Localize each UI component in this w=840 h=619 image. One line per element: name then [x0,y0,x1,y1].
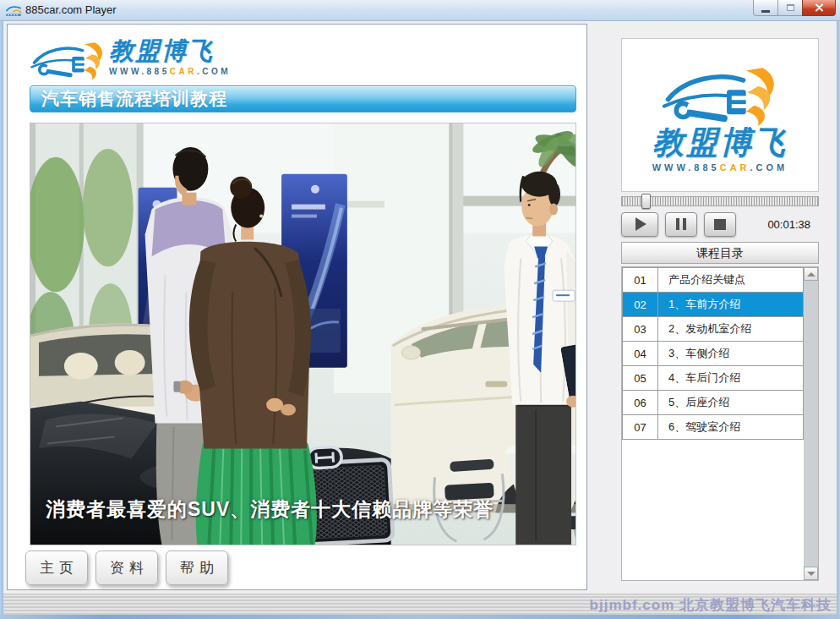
minimize-icon [761,10,770,13]
video-frame [30,123,575,545]
brand-logo-icon [653,58,787,129]
playlist-table: 01产品介绍关键点 021、车前方介绍 032、发动机室介绍 043、车侧介绍 … [622,267,804,440]
caption-buttons [753,0,836,16]
app-window: 885car.com Player 教盟博飞 WWW.885CAR.COM 汽车… [0,0,840,619]
close-icon [815,3,824,12]
pause-button[interactable] [665,212,697,237]
help-button[interactable]: 帮助 [166,551,228,585]
status-text: bjjmbf.com 北京教盟博飞汽车科技 [590,597,837,613]
brand-logo-text: 教盟博飞 WWW.885CAR.COM [109,36,231,76]
brand-url: WWW.885CAR.COM [109,67,231,76]
window-frame-bottom [0,615,840,619]
playlist-row[interactable]: 076、驾驶室介绍 [623,415,804,440]
scroll-up-icon [807,272,815,277]
playlist-row[interactable]: 043、车侧介绍 [623,342,804,366]
scroll-down-button[interactable] [804,567,818,580]
scrollbar[interactable] [804,267,818,580]
brand-logo-icon [28,36,107,82]
playlist: 01产品介绍关键点 021、车前方介绍 032、发动机室介绍 043、车侧介绍 … [621,266,819,581]
player-controls: 00:01:38 [621,211,819,238]
course-title: 汽车销售流程培训教程 [30,86,575,112]
playlist-row[interactable]: 065、后座介绍 [623,391,804,415]
status-bar: bjjmbf.com 北京教盟博飞汽车科技 [3,594,837,615]
client-area: 教盟博飞 WWW.885CAR.COM 汽车销售流程培训教程 [3,21,837,594]
window-title: 885car.com Player [25,3,117,16]
playlist-row[interactable]: 01产品介绍关键点 [623,268,804,293]
brand-name: 教盟博飞 [652,126,788,160]
scroll-down-icon [807,572,815,576]
app-icon [5,4,22,17]
time-display: 00:01:38 [767,218,819,231]
brand-url: WWW.885CAR.COM [652,162,788,173]
nav-buttons: 主页 资料 帮助 [25,551,236,585]
course-title-bar: 汽车销售流程培训教程 [30,85,576,112]
play-button[interactable] [621,212,658,237]
video-subtitle: 消费者最喜爱的SUV、消费者十大信赖品牌等荣誉 [46,496,494,523]
pause-icon [674,218,688,230]
playlist-header: 课程目录 [621,242,819,264]
maximize-button[interactable] [778,0,802,16]
playlist-row[interactable]: 054、车后门介绍 [623,366,804,391]
close-button[interactable] [802,0,836,16]
seek-thumb[interactable] [641,194,651,209]
window-frame-right [837,21,840,619]
video-player[interactable]: 消费者最喜爱的SUV、消费者十大信赖品牌等荣誉 [30,123,576,545]
stop-button[interactable] [704,212,736,237]
scroll-up-button[interactable] [804,267,818,281]
minimize-button[interactable] [753,0,778,16]
brand-name: 教盟博飞 [109,36,231,65]
seek-bar[interactable] [621,196,819,206]
stop-icon [714,219,726,230]
titlebar[interactable]: 885car.com Player [0,0,840,21]
sidebar-logo-box: 教盟博飞 WWW.885CAR.COM [621,38,819,192]
home-button[interactable]: 主页 [25,551,88,585]
playlist-row[interactable]: 032、发动机室介绍 [623,317,804,342]
play-icon [635,217,646,231]
materials-button[interactable]: 资料 [95,551,158,585]
playlist-row[interactable]: 021、车前方介绍 [623,293,804,317]
main-panel: 教盟博飞 WWW.885CAR.COM 汽车销售流程培训教程 [7,24,587,590]
maximize-icon [787,4,794,11]
brand-logo: 教盟博飞 WWW.885CAR.COM [28,36,231,82]
